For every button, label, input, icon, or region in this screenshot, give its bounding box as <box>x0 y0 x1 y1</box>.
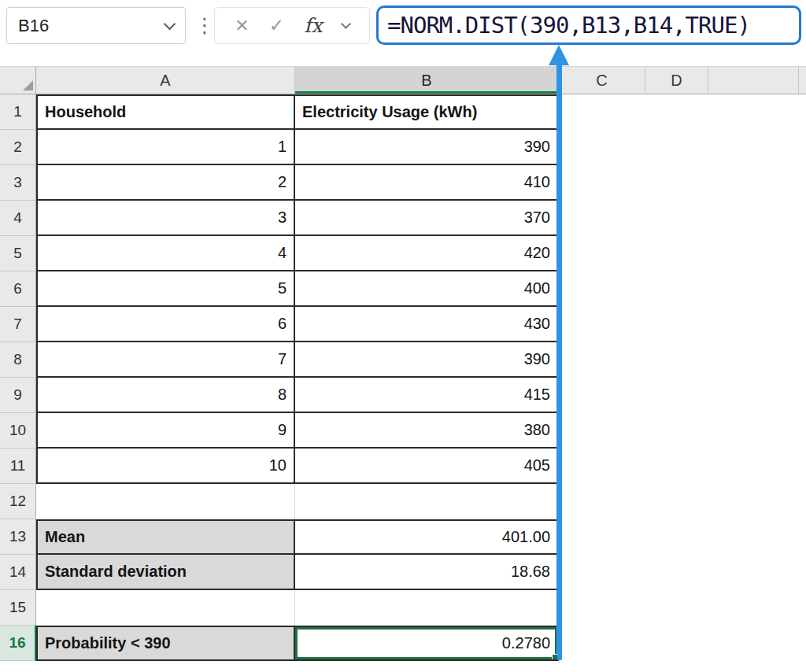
sheet-row-12: 12 <box>0 484 806 519</box>
cell-A12[interactable] <box>36 484 295 519</box>
row-header-2[interactable]: 2 <box>0 130 36 165</box>
cancel-icon[interactable]: ✕ <box>235 16 249 36</box>
cell-B7[interactable]: 430 <box>295 307 559 342</box>
row-header-16[interactable]: 16 <box>0 626 36 661</box>
sheet-row-10: 109380 <box>0 413 806 449</box>
column-header-a[interactable]: A <box>36 67 295 94</box>
row-header-3[interactable]: 3 <box>0 165 36 201</box>
cell-B11[interactable]: 405 <box>295 449 559 484</box>
column-header-c[interactable]: C <box>559 67 645 94</box>
cell-B3[interactable]: 410 <box>295 165 559 201</box>
cell-A6[interactable]: 5 <box>36 271 295 307</box>
cell-A9[interactable]: 8 <box>36 378 295 413</box>
row-header-4[interactable]: 4 <box>0 201 36 236</box>
formula-bar-area: B16 ⋮ ✕ ✓ fx =NORM.DIST(390,B13,B14,TRUE… <box>0 0 806 66</box>
cell-B12[interactable] <box>295 484 559 519</box>
sheet-row-1: 1HouseholdElectricity Usage (kWh) <box>0 94 806 130</box>
cell-A1[interactable]: Household <box>36 94 295 130</box>
sheet-row-11: 1110405 <box>0 449 806 484</box>
cell-B4[interactable]: 370 <box>295 201 559 236</box>
cell-B16[interactable]: 0.2780 <box>295 626 559 661</box>
chevron-down-icon <box>164 17 176 30</box>
cell-A7[interactable]: 6 <box>36 307 295 342</box>
annotation-arrow-line <box>556 63 562 660</box>
cell-A5[interactable]: 4 <box>36 236 295 271</box>
row-header-12[interactable]: 12 <box>0 484 36 519</box>
cell-B13[interactable]: 401.00 <box>295 519 559 555</box>
spreadsheet-app: B16 ⋮ ✕ ✓ fx =NORM.DIST(390,B13,B14,TRUE… <box>0 0 806 672</box>
cell-A3[interactable]: 2 <box>36 165 295 201</box>
insert-function-icon[interactable]: fx <box>304 14 322 37</box>
separator-grip: ⋮ <box>194 10 215 35</box>
sheet-row-7: 76430 <box>0 307 806 342</box>
cell-B5[interactable]: 420 <box>295 236 559 271</box>
cell-A2[interactable]: 1 <box>36 130 295 165</box>
sheet-row-4: 43370 <box>0 201 806 236</box>
sheet-row-3: 32410 <box>0 165 806 201</box>
row-header-11[interactable]: 11 <box>0 449 36 484</box>
row-header-8[interactable]: 8 <box>0 342 36 378</box>
sheet-row-16: 16Probability < 3900.2780 <box>0 626 806 661</box>
cell-A13[interactable]: Mean <box>36 519 295 555</box>
row-header-5[interactable]: 5 <box>0 236 36 271</box>
select-all-corner[interactable] <box>0 67 36 94</box>
column-header-b[interactable]: B <box>295 67 559 94</box>
row-header-14[interactable]: 14 <box>0 555 36 590</box>
enter-icon[interactable]: ✓ <box>269 15 284 36</box>
sheet-row-8: 87390 <box>0 342 806 378</box>
cell-A10[interactable]: 9 <box>36 413 295 449</box>
column-header-row: A B C D <box>0 66 806 94</box>
row-header-10[interactable]: 10 <box>0 413 36 449</box>
sheet-row-14: 14Standard deviation18.68 <box>0 555 806 590</box>
name-box-value: B16 <box>7 16 165 36</box>
cell-B9[interactable]: 415 <box>295 378 559 413</box>
sheet-row-13: 13Mean401.00 <box>0 519 806 555</box>
sheet-row-9: 98415 <box>0 378 806 413</box>
sheet-row-15: 15 <box>0 590 806 626</box>
cell-B2[interactable]: 390 <box>295 130 559 165</box>
cell-B1[interactable]: Electricity Usage (kWh) <box>295 94 559 130</box>
column-header-d[interactable]: D <box>645 67 708 94</box>
cell-A4[interactable]: 3 <box>36 201 295 236</box>
row-header-15[interactable]: 15 <box>0 590 36 626</box>
select-all-triangle-icon <box>23 80 33 90</box>
chevron-down-icon[interactable] <box>341 19 351 29</box>
row-header-9[interactable]: 9 <box>0 378 36 413</box>
row-header-13[interactable]: 13 <box>0 519 36 555</box>
name-box[interactable]: B16 <box>6 7 186 44</box>
formula-text: =NORM.DIST(390,B13,B14,TRUE) <box>379 12 750 39</box>
sheet-row-6: 65400 <box>0 271 806 307</box>
sheet-row-5: 54420 <box>0 236 806 271</box>
cell-B15[interactable] <box>295 590 559 626</box>
formula-bar-buttons: ✕ ✓ fx <box>214 7 370 44</box>
row-header-1[interactable]: 1 <box>0 94 36 130</box>
sheet-row-2: 21390 <box>0 130 806 165</box>
cell-A8[interactable]: 7 <box>36 342 295 378</box>
cell-B6[interactable]: 400 <box>295 271 559 307</box>
row-header-6[interactable]: 6 <box>0 271 36 307</box>
cell-A11[interactable]: 10 <box>36 449 295 484</box>
cell-A15[interactable] <box>36 590 295 626</box>
cell-A14[interactable]: Standard deviation <box>36 555 295 590</box>
cell-B10[interactable]: 380 <box>295 413 559 449</box>
formula-input[interactable]: =NORM.DIST(390,B13,B14,TRUE) <box>376 6 801 45</box>
cell-A16[interactable]: Probability < 390 <box>36 626 295 661</box>
column-header-blank[interactable] <box>708 67 799 94</box>
cell-B14[interactable]: 18.68 <box>295 555 559 590</box>
sheet-grid: 1HouseholdElectricity Usage (kWh)2139032… <box>0 94 806 661</box>
column-header-blank-2[interactable] <box>799 67 806 94</box>
cell-B8[interactable]: 390 <box>295 342 559 378</box>
row-header-7[interactable]: 7 <box>0 307 36 342</box>
